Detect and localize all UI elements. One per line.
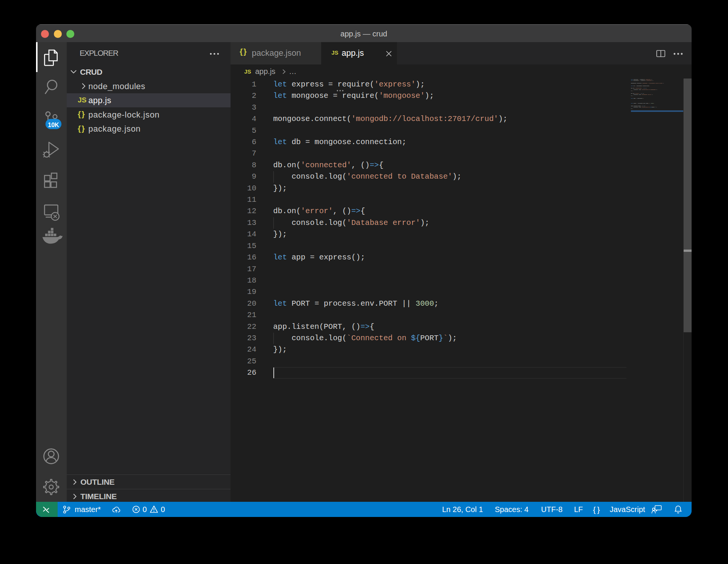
svg-text:10K: 10K (48, 122, 59, 128)
